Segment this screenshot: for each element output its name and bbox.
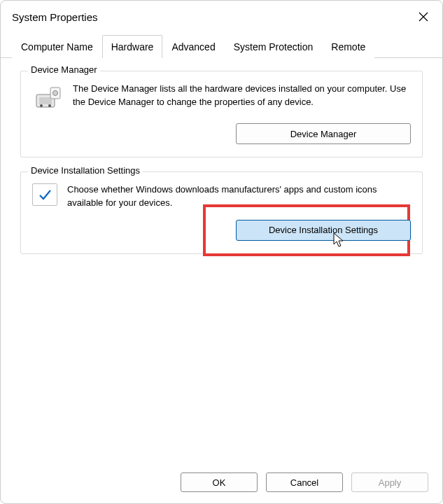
apply-button: Apply xyxy=(351,472,428,492)
close-button[interactable] xyxy=(414,8,433,26)
svg-point-4 xyxy=(40,104,43,107)
tab-hardware[interactable]: Hardware xyxy=(102,35,163,58)
device-installation-settings-group: Device Installation Settings Choose whet… xyxy=(20,172,423,254)
tab-computer-name[interactable]: Computer Name xyxy=(12,35,102,58)
tab-content: Device Manager The Device Manager lists … xyxy=(1,58,442,463)
device-manager-button[interactable]: Device Manager xyxy=(236,123,411,144)
tab-system-protection[interactable]: System Protection xyxy=(225,35,323,58)
close-icon xyxy=(419,12,428,22)
tab-bar: Computer Name Hardware Advanced System P… xyxy=(1,34,442,58)
system-properties-dialog: System Properties Computer Name Hardware… xyxy=(0,0,443,504)
titlebar: System Properties xyxy=(1,1,442,31)
svg-point-3 xyxy=(53,91,58,96)
checkbox-icon xyxy=(32,183,57,206)
device-manager-icon xyxy=(32,83,63,113)
device-installation-settings-group-title: Device Installation Settings xyxy=(28,165,143,176)
device-manager-group: Device Manager The Device Manager lists … xyxy=(20,71,423,158)
device-installation-settings-button[interactable]: Device Installation Settings xyxy=(236,220,411,241)
tab-remote[interactable]: Remote xyxy=(322,35,374,58)
cursor-icon xyxy=(333,232,346,248)
svg-rect-1 xyxy=(39,97,52,104)
device-manager-desc: The Device Manager lists all the hardwar… xyxy=(73,83,411,109)
ok-button[interactable]: OK xyxy=(181,472,258,492)
dialog-title: System Properties xyxy=(12,11,98,23)
cancel-button[interactable]: Cancel xyxy=(266,472,343,492)
device-manager-group-title: Device Manager xyxy=(28,64,100,75)
tab-advanced[interactable]: Advanced xyxy=(162,35,224,58)
dialog-footer: OK Cancel Apply xyxy=(1,463,442,503)
svg-point-5 xyxy=(48,104,51,107)
